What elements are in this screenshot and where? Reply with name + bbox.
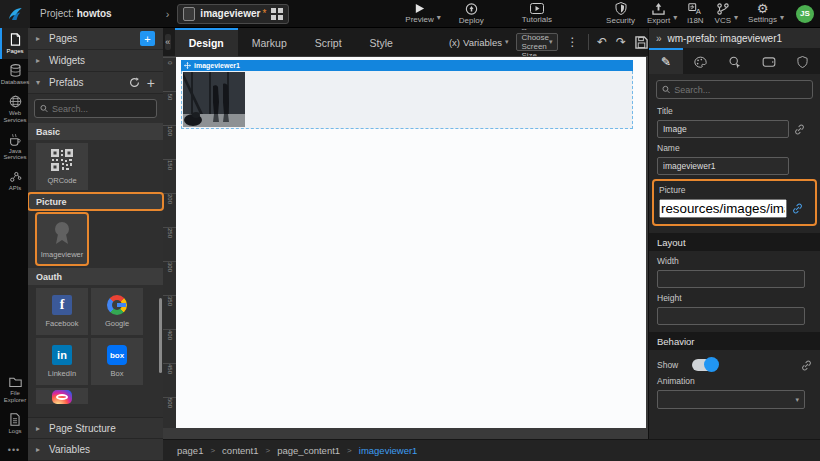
- imageviewer-widget[interactable]: imageviewer1: [181, 60, 633, 129]
- deploy-button[interactable]: Deploy: [459, 0, 484, 28]
- wavemaker-logo[interactable]: [0, 0, 30, 28]
- device-icon: [762, 57, 776, 67]
- wavemaker-logo-icon: [6, 5, 24, 23]
- inspector-tab-bar: ✎: [649, 48, 820, 74]
- rail-item-pages[interactable]: Pages: [0, 28, 28, 59]
- breadcrumb-content1[interactable]: content1: [222, 445, 258, 456]
- redo-icon[interactable]: ↷: [616, 35, 626, 49]
- bind-picture-icon[interactable]: [792, 203, 803, 214]
- accordion-pages[interactable]: ▸ Pages +: [28, 28, 163, 50]
- rail-item-web-services[interactable]: Web Services: [0, 90, 28, 128]
- wavemaker-studio: Project: howtos › imageviewer * Preview …: [0, 0, 820, 461]
- show-toggle[interactable]: [692, 359, 718, 371]
- undo-icon[interactable]: ↶: [597, 35, 607, 49]
- property-search-input[interactable]: [674, 85, 807, 95]
- bind-title-icon[interactable]: [794, 124, 805, 135]
- page-selector[interactable]: imageviewer *: [177, 4, 289, 24]
- rail-item-logs[interactable]: Logs: [0, 408, 28, 439]
- rail-item-file-explorer[interactable]: File Explorer: [0, 371, 28, 408]
- ruler-tick-label: 400: [167, 330, 173, 341]
- refresh-prefabs-icon[interactable]: [129, 77, 140, 88]
- variables-button[interactable]: (x) Variables ▾: [449, 37, 509, 48]
- export-button[interactable]: Export: [647, 0, 670, 28]
- name-label: Name: [657, 143, 812, 153]
- settings-button[interactable]: ⚙ Settings: [748, 0, 777, 28]
- behavior-section-header[interactable]: Behavior: [649, 332, 820, 350]
- ruler-tick-label: 450: [167, 364, 173, 375]
- tab-style[interactable]: Style: [356, 28, 407, 56]
- save-icon[interactable]: [635, 36, 648, 49]
- user-avatar[interactable]: JS: [796, 5, 814, 23]
- design-canvas[interactable]: 050100150200250300350400450500 imageview…: [163, 56, 648, 428]
- tab-markup[interactable]: Markup: [238, 28, 301, 56]
- prefab-tile-instagram[interactable]: [36, 388, 88, 404]
- add-page-button[interactable]: +: [140, 31, 155, 46]
- width-input[interactable]: [657, 270, 805, 288]
- breadcrumb-page-content1[interactable]: page_content1: [277, 445, 340, 456]
- accordion-page-structure[interactable]: ▸ Page Structure: [28, 417, 163, 439]
- tutorials-button[interactable]: Tutorials: [522, 0, 552, 28]
- prefab-tile-imageviewer[interactable]: Imageviewer: [36, 213, 88, 265]
- screen-size-select[interactable]: -- Choose Screen Size -- ▾: [516, 33, 557, 51]
- left-panel: ▸ Pages + ▸ Widgets ▾ Prefabs +: [28, 28, 163, 461]
- google-icon: [107, 295, 127, 315]
- rail-item-databases[interactable]: Databases: [0, 59, 28, 90]
- prefab-tile-facebook[interactable]: f Facebook: [36, 288, 88, 335]
- accordion-prefabs[interactable]: ▾ Prefabs +: [28, 72, 163, 94]
- tab-security[interactable]: [786, 48, 820, 74]
- picture-input[interactable]: [659, 199, 787, 218]
- tab-styles[interactable]: [683, 48, 717, 74]
- preview-button[interactable]: Preview: [405, 0, 433, 28]
- breadcrumb-page1[interactable]: page1: [177, 445, 203, 456]
- page-surface[interactable]: imageviewer1: [176, 57, 646, 428]
- facebook-icon: f: [52, 295, 72, 315]
- layout-section-header[interactable]: Layout: [649, 233, 820, 251]
- ruler-tick-label: 250: [167, 228, 173, 239]
- i18n-button[interactable]: A i18N: [687, 0, 703, 28]
- collapse-left-panel-button[interactable]: «: [165, 34, 171, 50]
- widget-content[interactable]: [181, 71, 633, 129]
- rail-more-button[interactable]: •••: [0, 439, 28, 461]
- login-bg-image: [183, 72, 245, 127]
- animation-select[interactable]: ▾: [657, 390, 805, 409]
- vcs-caret-icon[interactable]: ▾: [734, 13, 738, 22]
- breadcrumb-imageviewer1[interactable]: imageviewer1: [359, 445, 418, 456]
- arrow-down-icon: ▾: [36, 78, 42, 87]
- tab-inspect[interactable]: [717, 48, 751, 74]
- preview-caret-icon[interactable]: ▾: [437, 13, 441, 22]
- tab-design[interactable]: Design: [175, 28, 238, 56]
- tab-script[interactable]: Script: [301, 28, 356, 56]
- add-prefab-icon[interactable]: +: [147, 75, 155, 91]
- accordion-widgets[interactable]: ▸ Widgets: [28, 50, 163, 72]
- panel-scrollbar[interactable]: [159, 298, 162, 373]
- breadcrumb: page1 > content1 > page_content1 > image…: [163, 439, 820, 461]
- more-options-icon[interactable]: ⋮: [567, 35, 579, 49]
- show-label: Show: [657, 360, 678, 370]
- settings-caret-icon[interactable]: ▾: [780, 13, 784, 22]
- tab-properties[interactable]: ✎: [649, 48, 683, 74]
- security-button[interactable]: Security: [606, 0, 635, 28]
- prefab-tile-google[interactable]: Google: [91, 288, 143, 335]
- bind-show-icon[interactable]: [801, 360, 812, 371]
- page-selector-value: imageviewer: [200, 8, 260, 19]
- page-grid-icon[interactable]: [271, 8, 283, 20]
- imageviewer-icon: [51, 220, 73, 246]
- prefab-tile-qrcode[interactable]: QRCode: [36, 143, 88, 190]
- collapse-right-panel-button[interactable]: »: [656, 33, 662, 44]
- title-input[interactable]: [657, 120, 789, 138]
- prefab-tile-linkedin[interactable]: in LinkedIn: [36, 338, 88, 385]
- vcs-button[interactable]: VCS: [715, 0, 731, 28]
- widget-selection-header[interactable]: imageviewer1: [181, 60, 633, 71]
- height-input[interactable]: [657, 307, 805, 325]
- accordion-variables[interactable]: ▸ Variables: [28, 439, 163, 461]
- width-label: Width: [657, 256, 812, 266]
- play-icon: [413, 3, 426, 14]
- name-input[interactable]: [657, 157, 789, 175]
- palette-icon: [694, 56, 707, 68]
- tab-device[interactable]: [752, 48, 786, 74]
- rail-item-apis[interactable]: APIs: [0, 165, 28, 196]
- export-caret-icon[interactable]: ▾: [673, 13, 677, 22]
- prefab-search-input[interactable]: [52, 104, 151, 114]
- prefab-tile-box[interactable]: box Box: [91, 338, 143, 385]
- rail-item-java-services[interactable]: Java Services: [0, 128, 28, 166]
